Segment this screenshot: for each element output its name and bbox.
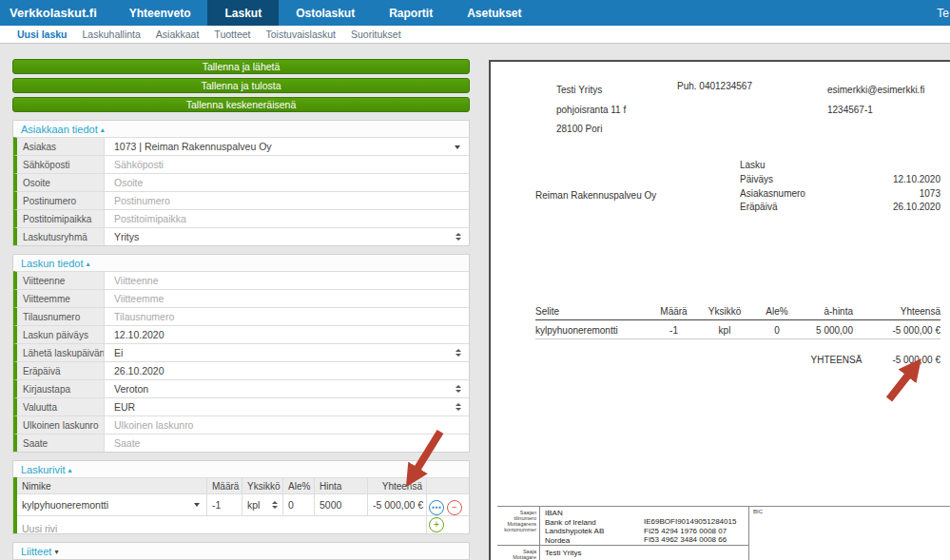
- cell-unit-price: 5 000,00: [800, 325, 853, 336]
- meta-value: 12.10.2020: [855, 174, 940, 188]
- your-reference-field[interactable]: [114, 275, 450, 286]
- nav-item-laskut[interactable]: Laskut: [207, 0, 279, 26]
- selected-value: kpl: [247, 499, 260, 511]
- subnav-item-toistuvaislaskut[interactable]: Toistuvaislaskut: [266, 29, 337, 40]
- total-value: -5 000,00 €: [892, 355, 940, 365]
- column-header: Ale%: [283, 478, 315, 493]
- nav-item-raportit[interactable]: Raportit: [372, 0, 450, 26]
- send-on-invoice-date-select[interactable]: Ei: [105, 344, 469, 361]
- add-line-button[interactable]: +: [429, 517, 444, 532]
- meta-value: 26.10.2020: [855, 202, 940, 216]
- subnav-item-suoritukset[interactable]: Suoritukset: [351, 29, 401, 40]
- preview-lines-table: Selite Määrä Yksikkö Ale% à-hinta Yhteen…: [535, 301, 940, 339]
- remove-line-button[interactable]: −: [447, 500, 462, 515]
- bank-line: IBAN: [545, 509, 642, 518]
- new-row-input[interactable]: [22, 523, 422, 533]
- invoice-form-panel: Tallenna ja lähetä Tallenna ja tulosta T…: [12, 59, 470, 560]
- subnav-item-laskuhallinta[interactable]: Laskuhallinta: [83, 29, 141, 40]
- expand-icon: ▾: [54, 548, 58, 556]
- field-label: Viitteemme: [17, 290, 105, 307]
- column-header: Hinta: [315, 478, 368, 493]
- address-field[interactable]: [114, 177, 450, 188]
- lines-table: Nimike Määrä Yksikkö Ale% Hinta Yhteensä…: [13, 477, 469, 533]
- city-field[interactable]: [114, 213, 450, 224]
- cover-note-field[interactable]: [114, 437, 450, 449]
- preview-total-row: YHTEENSÄ -5 000,00 €: [535, 355, 940, 365]
- meta-label: Lasku: [740, 160, 855, 174]
- section-title: Asiakkaan tiedot: [21, 124, 98, 135]
- our-reference-field[interactable]: [114, 293, 450, 304]
- preview-table-header: Selite Määrä Yksikkö Ale% à-hinta Yhteen…: [535, 301, 940, 320]
- attachments-toggle[interactable]: Liitteet ▾: [13, 543, 469, 559]
- save-and-print-button[interactable]: Tallenna ja tulosta: [12, 78, 470, 93]
- column-header: à-hinta: [800, 306, 853, 317]
- field-label: Postitoimipaikka: [17, 210, 105, 227]
- select-arrows-icon: [456, 233, 461, 241]
- due-date-field[interactable]: [114, 365, 450, 377]
- form-row: Laskutusryhmä Yritys: [13, 227, 469, 245]
- form-row: Asiakas 1073 | Reiman Rakennuspalveu Oy: [13, 137, 469, 155]
- payee-line: Testi Yritys: [545, 549, 748, 558]
- subnav-item-uusi-lasku[interactable]: Uusi lasku: [17, 29, 68, 40]
- email-field[interactable]: [114, 159, 450, 170]
- section-title: Liitteet: [21, 546, 51, 557]
- nav-item-yhteenveto[interactable]: Yhteenveto: [112, 0, 208, 26]
- collapse-icon: ▴: [101, 126, 105, 134]
- meta-value: 1073: [855, 188, 940, 203]
- payee-address: Testi Yritys pohjoisranta 11 f: [540, 546, 748, 560]
- company-street: pohjoisranta 11 f: [556, 101, 626, 121]
- field-label: Lähetä laskupäivänä: [17, 344, 105, 361]
- bank-name-list: IBAN Bank of Ireland Landshypotek AB Nor…: [540, 507, 642, 545]
- discount-input[interactable]: [288, 499, 310, 511]
- nav-item-ostolaskut[interactable]: Ostolaskut: [279, 0, 372, 26]
- invoice-date-field[interactable]: [114, 329, 450, 340]
- company-phone: Puh. 0401234567: [677, 81, 752, 91]
- select-arrows-icon: [456, 403, 461, 411]
- quantity-input[interactable]: [212, 499, 238, 511]
- cell-total: -5 000,00 €: [853, 325, 940, 336]
- invoice-details-toggle[interactable]: Laskun tiedot ▴: [13, 255, 469, 271]
- customer-select[interactable]: 1073 | Reiman Rakennuspalveu Oy: [105, 138, 469, 155]
- brand-logo[interactable]: Verkkolaskut.fi: [0, 0, 112, 26]
- entry-type-select[interactable]: Veroton: [105, 380, 469, 397]
- column-header: Yhteensä: [368, 478, 427, 493]
- column-header: Määrä: [207, 478, 242, 493]
- save-and-send-button[interactable]: Tallenna ja lähetä: [12, 59, 470, 74]
- invoice-lines-toggle[interactable]: Laskurivit ▴: [13, 461, 469, 477]
- meta-value: [855, 160, 940, 174]
- chevron-down-icon: [455, 145, 460, 149]
- cell-unit: kpl: [695, 325, 754, 336]
- iban-line: FI25 4294 1976 0008 07: [644, 527, 748, 536]
- field-label: Ulkoinen laskunro: [17, 416, 105, 434]
- subnav-item-tuotteet[interactable]: Tuotteet: [214, 29, 250, 40]
- external-invoice-number-field[interactable]: [114, 419, 450, 431]
- selected-value: EUR: [114, 401, 135, 413]
- save-as-draft-button[interactable]: Tallenna keskeneräisenä: [12, 97, 470, 112]
- price-input[interactable]: [320, 499, 363, 511]
- line-more-actions-button[interactable]: ●●●: [429, 500, 444, 515]
- column-header: Yksikkö: [242, 478, 283, 493]
- customer-section-toggle[interactable]: Asiakkaan tiedot ▴: [13, 121, 469, 137]
- lines-header-row: Nimike Määrä Yksikkö Ale% Hinta Yhteensä: [17, 477, 469, 493]
- nav-user-text[interactable]: Te: [937, 0, 950, 26]
- column-header: Selite: [535, 306, 652, 317]
- company-business-id: 1234567-1: [827, 101, 924, 121]
- nav-item-asetukset[interactable]: Asetukset: [450, 0, 538, 26]
- billing-group-select[interactable]: Yritys: [105, 228, 469, 245]
- payee-account-label: Saajan tilinumero Mottagarens kontonumme…: [497, 507, 540, 545]
- column-header-actions: [427, 478, 469, 493]
- unit-select[interactable]: kpl: [242, 494, 283, 515]
- order-number-field[interactable]: [114, 311, 450, 322]
- field-label: Kirjaustapa: [17, 380, 105, 397]
- field-label: Laskun päiväys: [17, 326, 105, 343]
- field-label: Osoite: [17, 174, 105, 191]
- form-row: Osoite: [13, 173, 469, 191]
- currency-select[interactable]: EUR: [105, 398, 469, 415]
- iban-list: IE69BOFI90149051284015 FI25 4294 1976 00…: [642, 507, 748, 545]
- preview-company-block: Testi Yritys pohjoisranta 11 f 28100 Por…: [556, 81, 626, 140]
- selected-value: 1073 | Reiman Rakennuspalveu Oy: [114, 141, 272, 152]
- subnav-item-asiakkaat[interactable]: Asiakkaat: [156, 29, 200, 40]
- main-content: Tallenna ja lähetä Tallenna ja tulosta T…: [0, 44, 950, 559]
- postal-code-field[interactable]: [114, 195, 450, 206]
- product-select[interactable]: kylpyhuoneremontti: [17, 494, 207, 515]
